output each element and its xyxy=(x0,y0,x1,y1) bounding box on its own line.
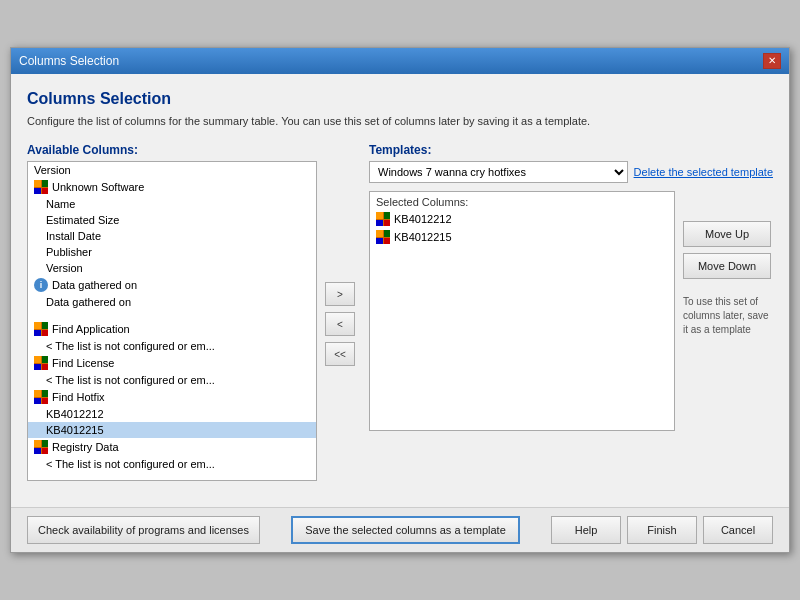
delete-template-link[interactable]: Delete the selected template xyxy=(634,165,773,179)
save-template-button[interactable]: Save the selected columns as a template xyxy=(291,516,520,544)
list-item[interactable]: Version xyxy=(28,260,316,276)
info-icon: i xyxy=(34,278,48,292)
dialog-description: Configure the list of columns for the su… xyxy=(27,114,773,129)
app-icon xyxy=(34,440,48,454)
templates-label: Templates: xyxy=(369,143,773,157)
action-buttons: Move Up Move Down To use this set of col… xyxy=(683,191,773,431)
help-button[interactable]: Help xyxy=(551,516,621,544)
titlebar: Columns Selection ✕ xyxy=(11,48,789,74)
finish-button[interactable]: Finish xyxy=(627,516,697,544)
list-item xyxy=(28,310,316,320)
list-item[interactable]: KB4012212 xyxy=(28,406,316,422)
template-select[interactable]: Windows 7 wanna cry hotfixes xyxy=(369,161,628,183)
app-icon xyxy=(376,212,390,226)
app-icon xyxy=(376,230,390,244)
list-item[interactable]: Unknown Software xyxy=(28,178,316,196)
move-up-button[interactable]: Move Up xyxy=(683,221,771,247)
cancel-button[interactable]: Cancel xyxy=(703,516,773,544)
app-icon xyxy=(34,322,48,336)
selected-col-item[interactable]: KB4012212 xyxy=(370,210,674,228)
left-panel: Available Columns: Version Unknown Softw… xyxy=(27,143,317,481)
bottom-right-buttons: Help Finish Cancel xyxy=(551,516,773,544)
check-availability-button[interactable]: Check availability of programs and licen… xyxy=(27,516,260,544)
selected-columns-listbox[interactable]: Selected Columns: KB4012212 KB4012215 xyxy=(369,191,675,431)
list-item[interactable]: Name xyxy=(28,196,316,212)
hint-text: To use this set of columns later, save i… xyxy=(683,295,773,337)
dialog-content: Columns Selection Configure the list of … xyxy=(11,74,789,497)
remove-all-columns-button[interactable]: << xyxy=(325,342,355,366)
list-item[interactable]: Find License xyxy=(28,354,316,372)
template-row: Windows 7 wanna cry hotfixes Delete the … xyxy=(369,161,773,183)
app-icon xyxy=(34,356,48,370)
dialog-window: Columns Selection ✕ Columns Selection Co… xyxy=(10,47,790,553)
list-item[interactable]: Install Date xyxy=(28,228,316,244)
list-item[interactable]: Data gathered on xyxy=(28,294,316,310)
templates-section: Templates: Windows 7 wanna cry hotfixes … xyxy=(369,143,773,183)
list-item[interactable]: Estimated Size xyxy=(28,212,316,228)
list-item[interactable]: KB4012215 xyxy=(28,422,316,438)
app-icon xyxy=(34,180,48,194)
available-columns-listbox[interactable]: Version Unknown Software Name Estimated … xyxy=(27,161,317,481)
move-down-button[interactable]: Move Down xyxy=(683,253,771,279)
list-item[interactable]: < The list is not configured or em... xyxy=(28,372,316,388)
available-columns-label: Available Columns: xyxy=(27,143,317,157)
list-item[interactable]: Registry Data xyxy=(28,438,316,456)
bottom-bar: Check availability of programs and licen… xyxy=(11,507,789,552)
main-area: Available Columns: Version Unknown Softw… xyxy=(27,143,773,481)
dialog-title: Columns Selection xyxy=(27,90,773,108)
list-item[interactable]: Publisher xyxy=(28,244,316,260)
add-column-button[interactable]: > xyxy=(325,282,355,306)
list-item[interactable]: < The list is not configured or em... xyxy=(28,456,316,472)
list-item[interactable]: Version xyxy=(28,162,316,178)
list-item[interactable]: Find Hotfix xyxy=(28,388,316,406)
list-item[interactable]: Find Application xyxy=(28,320,316,338)
right-area: Selected Columns: KB4012212 KB4012215 Mo… xyxy=(369,191,773,431)
app-icon xyxy=(34,390,48,404)
remove-column-button[interactable]: < xyxy=(325,312,355,336)
close-button[interactable]: ✕ xyxy=(763,53,781,69)
middle-buttons: > < << xyxy=(325,143,361,481)
selected-columns-label: Selected Columns: xyxy=(370,192,674,210)
list-item[interactable]: i Data gathered on xyxy=(28,276,316,294)
list-item[interactable]: < The list is not configured or em... xyxy=(28,338,316,354)
titlebar-title: Columns Selection xyxy=(19,54,119,68)
right-panel: Templates: Windows 7 wanna cry hotfixes … xyxy=(369,143,773,481)
selected-col-item[interactable]: KB4012215 xyxy=(370,228,674,246)
